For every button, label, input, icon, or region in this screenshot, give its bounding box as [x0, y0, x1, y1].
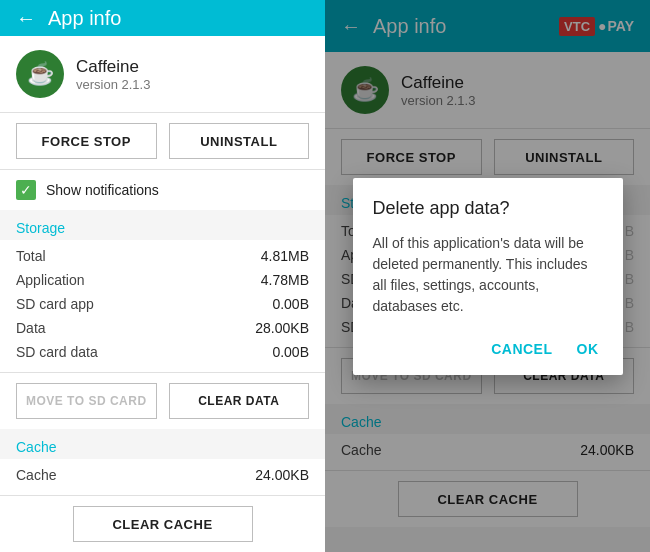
notifications-row[interactable]: ✓ Show notifications: [0, 169, 325, 210]
dialog-actions: CANCEL OK: [373, 337, 603, 365]
right-panel: ← App info VTC ● PAY ☕ Caffeine version …: [325, 0, 650, 552]
clear-data-button[interactable]: CLEAR DATA: [169, 383, 310, 419]
dialog-cancel-button[interactable]: CANCEL: [487, 337, 556, 361]
left-storage-actions: MOVE TO SD CARD CLEAR DATA: [0, 372, 325, 429]
table-row: SD card data 0.00B: [16, 340, 309, 364]
left-app-version: version 2.1.3: [76, 77, 150, 92]
left-panel: ← App info ☕ Caffeine version 2.1.3 FORC…: [0, 0, 325, 552]
left-app-header: ☕ Caffeine version 2.1.3: [0, 36, 325, 112]
dialog-message: All of this application's data will be d…: [373, 233, 603, 317]
table-row: Application 4.78MB: [16, 268, 309, 292]
left-app-name: Caffeine: [76, 57, 150, 77]
dialog-ok-button[interactable]: OK: [573, 337, 603, 361]
back-button[interactable]: ←: [16, 7, 36, 30]
left-storage-header: Storage: [0, 210, 325, 240]
move-to-sd-button[interactable]: MOVE TO SD CARD: [16, 383, 157, 419]
left-storage-table: Total 4.81MB Application 4.78MB SD card …: [0, 240, 325, 372]
table-row: Data 28.00KB: [16, 316, 309, 340]
table-row: SD card app 0.00B: [16, 292, 309, 316]
dialog-overlay: Delete app data? All of this application…: [325, 0, 650, 552]
force-stop-button[interactable]: FORCE STOP: [16, 123, 157, 159]
left-cache-table: Cache 24.00KB: [0, 459, 325, 495]
uninstall-button[interactable]: UNINSTALL: [169, 123, 310, 159]
left-app-info: Caffeine version 2.1.3: [76, 57, 150, 92]
left-toolbar-title: App info: [48, 7, 121, 30]
notifications-label: Show notifications: [46, 182, 159, 198]
left-app-icon: ☕: [16, 50, 64, 98]
left-clear-cache-container: CLEAR CACHE: [0, 495, 325, 552]
left-clear-cache-button[interactable]: CLEAR CACHE: [73, 506, 253, 542]
left-action-buttons: FORCE STOP UNINSTALL: [0, 112, 325, 169]
left-cache-header: Cache: [0, 429, 325, 459]
table-row: Total 4.81MB: [16, 244, 309, 268]
dialog-title: Delete app data?: [373, 198, 603, 219]
left-toolbar: ← App info: [0, 0, 325, 36]
table-row: Cache 24.00KB: [16, 463, 309, 487]
notifications-checkbox[interactable]: ✓: [16, 180, 36, 200]
delete-app-data-dialog: Delete app data? All of this application…: [353, 178, 623, 375]
